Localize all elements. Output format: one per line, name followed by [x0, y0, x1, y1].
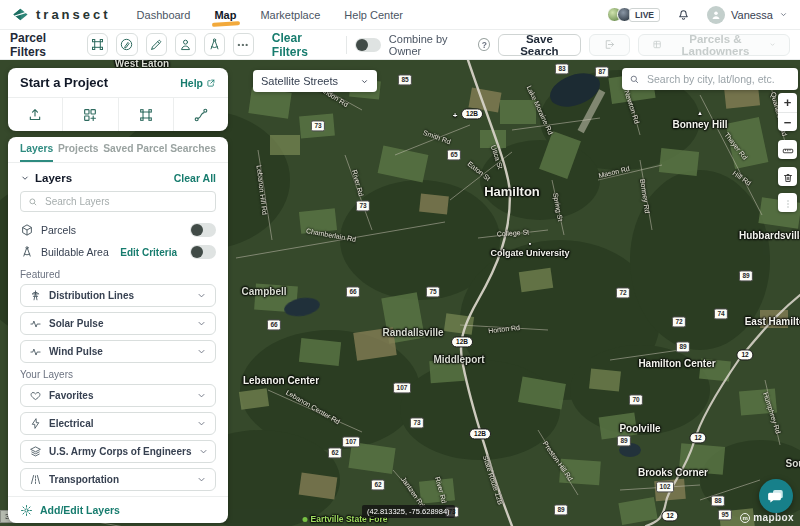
- zoom-out-button[interactable]: −: [778, 112, 797, 131]
- route-shield: 87: [595, 66, 609, 77]
- tab-projects[interactable]: Projects: [58, 137, 99, 162]
- chevron-down-icon: [779, 10, 788, 19]
- nav-help-center[interactable]: Help Center: [344, 9, 403, 21]
- delete-tool-button[interactable]: [778, 167, 797, 186]
- layer-group-wind-pulse[interactable]: Wind Pulse: [20, 340, 216, 363]
- add-edit-layers-button[interactable]: Add/Edit Layers: [8, 496, 228, 523]
- road-label: Smith Rd: [422, 129, 451, 145]
- map-attribution[interactable]: m mapbox: [740, 512, 794, 523]
- route-shield: 62: [371, 479, 385, 490]
- parcels-toggle[interactable]: [190, 223, 216, 237]
- layer-group-solar-pulse[interactable]: Solar Pulse: [20, 312, 216, 335]
- parcels-landowners-button: Parcels & Landowners: [638, 34, 790, 56]
- route-icon: [193, 107, 209, 123]
- notifications-bell-icon[interactable]: [676, 7, 691, 22]
- clear-filters-link[interactable]: Clear Filters: [272, 31, 332, 59]
- route-shield-oval: 12: [736, 349, 753, 360]
- road-icon: [29, 473, 42, 486]
- layer-group-usace[interactable]: U.S. Army Corps of Engineers: [20, 440, 216, 463]
- mapbox-label: mapbox: [753, 512, 794, 523]
- road-label: Preston Hill Rd: [542, 440, 575, 482]
- edit-criteria-link[interactable]: Edit Criteria: [120, 247, 177, 258]
- new-project-button[interactable]: [63, 98, 118, 131]
- tab-saved-parcel-searches[interactable]: Saved Parcel Searches: [103, 137, 216, 162]
- user-avatar: [707, 6, 725, 24]
- landowner-filter-button[interactable]: [175, 33, 196, 56]
- route-tool-button[interactable]: [174, 98, 228, 131]
- route-shield: 66: [267, 319, 281, 330]
- import-upload-button[interactable]: [8, 98, 63, 131]
- nav-map[interactable]: Map: [214, 9, 236, 21]
- route-shield-oval: 12: [661, 510, 678, 521]
- grid-plus-icon: [82, 107, 98, 123]
- layer-group-favorites[interactable]: Favorites: [20, 384, 216, 407]
- combine-by-owner-toggle[interactable]: [355, 38, 381, 52]
- road-label: Hill Rd: [732, 169, 753, 187]
- live-session-chip[interactable]: LIVE: [607, 7, 660, 22]
- chat-bubble-icon: [767, 487, 785, 505]
- primary-nav: Dashboard Map Marketplace Help Center: [137, 9, 403, 21]
- map-place-label: Hamilton Center: [638, 358, 715, 369]
- help-question-icon[interactable]: ?: [478, 38, 490, 51]
- zoom-controls: + −: [778, 93, 797, 131]
- user-menu[interactable]: Vanessa: [707, 6, 788, 24]
- buildable-area-row: Buildable Area Edit Criteria: [20, 241, 216, 263]
- left-panel: Start a Project Help: [8, 68, 228, 523]
- save-search-button[interactable]: Save Search: [498, 34, 581, 56]
- map-place-label: Colgate University: [490, 248, 569, 258]
- draw-area-button[interactable]: [119, 98, 174, 131]
- layer-group-label: Wind Pulse: [49, 346, 103, 357]
- road-label: Jantzen Rd: [400, 475, 426, 508]
- layer-search-input[interactable]: [43, 195, 208, 208]
- active-nav-marker: [212, 21, 240, 26]
- brand-logo[interactable]: transect: [12, 6, 111, 23]
- route-shield: 102: [656, 481, 674, 492]
- help-link[interactable]: Help: [180, 77, 216, 89]
- search-icon: [28, 197, 38, 207]
- draw-pencil-button[interactable]: [146, 33, 167, 56]
- chat-widget-button[interactable]: [759, 479, 793, 513]
- route-shield: 62: [328, 447, 342, 458]
- filters-toolbar: Parcel Filters ••• Clear Fi: [0, 30, 800, 60]
- app-root: transect Dashboard Map Marketplace Help …: [0, 0, 800, 526]
- measure-compass-button[interactable]: [204, 33, 225, 56]
- basemap-style-value: Satellite Streets: [261, 75, 338, 87]
- chevron-down-icon[interactable]: [20, 173, 30, 183]
- parcels-landowners-label: Parcels & Landowners: [667, 33, 764, 57]
- peak-icon: ▲: [697, 110, 703, 116]
- clear-all-link[interactable]: Clear All: [174, 172, 216, 184]
- toggle-knob: [356, 39, 368, 51]
- select-area-button[interactable]: [87, 33, 108, 56]
- chevron-down-icon: [196, 290, 207, 301]
- layer-group-label: Transportation: [49, 474, 119, 485]
- map-place-label: Poolville: [619, 423, 660, 434]
- map-search-input[interactable]: [645, 72, 791, 86]
- more-filters-button[interactable]: •••: [233, 33, 254, 56]
- basemap-style-selector[interactable]: Satellite Streets: [253, 70, 377, 92]
- road-label: Thayer Rd: [723, 131, 749, 161]
- buildable-area-toggle[interactable]: [190, 245, 216, 259]
- more-map-options-button[interactable]: [778, 193, 797, 212]
- measure-tool-button[interactable]: [778, 140, 797, 159]
- route-shield: 88: [711, 495, 725, 506]
- panel-tabs: Layers Projects Saved Parcel Searches: [8, 137, 228, 163]
- layer-group-electrical[interactable]: Electrical: [20, 412, 216, 435]
- map-place-label: Campbell: [241, 286, 286, 297]
- zoom-in-button[interactable]: +: [778, 93, 797, 112]
- layer-group-distribution-lines[interactable]: Distribution Lines: [20, 284, 216, 307]
- draw-circle-button[interactable]: [116, 33, 137, 56]
- route-shield: 89: [676, 341, 690, 352]
- route-shield-oval: 12B: [451, 336, 473, 347]
- tab-layers[interactable]: Layers: [20, 137, 53, 162]
- nav-marketplace[interactable]: Marketplace: [260, 9, 320, 21]
- layer-group-label: Distribution Lines: [49, 290, 134, 301]
- layer-group-transportation[interactable]: Transportation: [20, 468, 216, 491]
- nav-dashboard[interactable]: Dashboard: [137, 9, 191, 21]
- route-shield: 89: [739, 270, 753, 281]
- chevron-down-icon: [196, 318, 207, 329]
- route-shield: 73: [356, 200, 370, 211]
- layer-group-label: U.S. Army Corps of Engineers: [49, 446, 191, 457]
- featured-group-label: Featured: [20, 269, 216, 280]
- road-label: Utica St: [490, 144, 504, 169]
- road-label: College St: [497, 228, 530, 237]
